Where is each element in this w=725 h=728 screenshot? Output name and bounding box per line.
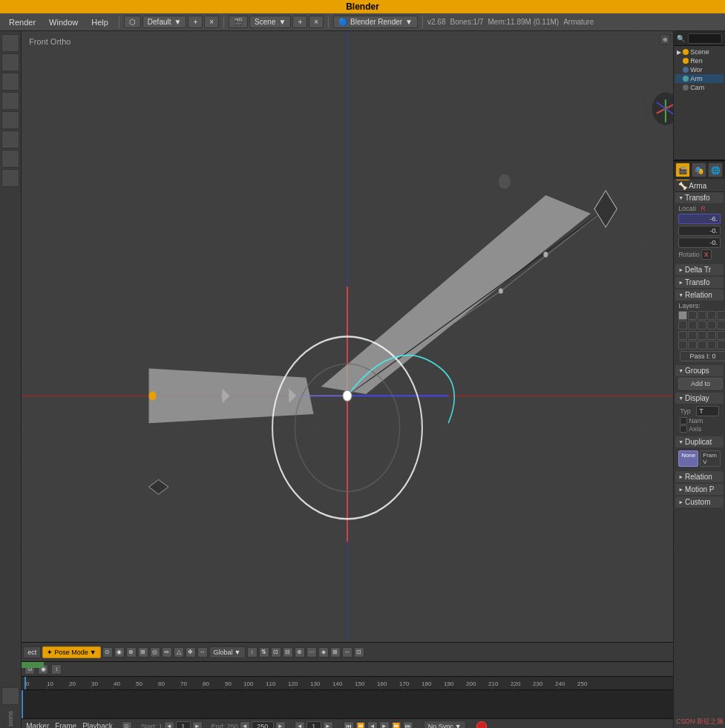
menu-window[interactable]: Window	[43, 16, 84, 28]
more-icon-9[interactable]: ↔	[342, 647, 352, 658]
more-icon-5[interactable]: ⊕	[295, 647, 305, 658]
layer-11[interactable]	[678, 331, 687, 340]
layer-17[interactable]	[688, 341, 697, 350]
jump-end-btn[interactable]: ⏭	[403, 721, 413, 729]
transform-icon[interactable]: ⊕	[126, 647, 137, 658]
relations-header[interactable]: ▼ Relation	[675, 289, 724, 301]
start-value[interactable]: 1	[176, 721, 191, 729]
sidebar-btn-3[interactable]	[1, 73, 19, 91]
layer-12[interactable]	[688, 331, 697, 340]
sidebar-btn-8[interactable]	[1, 169, 19, 187]
rotation-x-btn[interactable]: X	[701, 249, 712, 260]
layer-4[interactable]	[707, 311, 716, 320]
jump-start-btn[interactable]: ⏮	[344, 721, 354, 729]
record-btn[interactable]	[476, 721, 487, 729]
more-icon-10[interactable]: ⊡	[354, 647, 364, 658]
play-btn[interactable]: ►	[379, 721, 390, 729]
frame-v-tab[interactable]: Fram V	[700, 450, 721, 467]
transform2-header[interactable]: ► Transfo	[675, 277, 724, 288]
search-input[interactable]	[688, 33, 722, 44]
more-icon-4[interactable]: ⊟	[283, 647, 293, 658]
pose-mode-btn[interactable]: ✦ Pose Mode ▼	[42, 646, 100, 658]
layer-13[interactable]	[698, 331, 706, 340]
scene-remove-btn[interactable]: ×	[309, 16, 324, 28]
display-header[interactable]: ▼ Display	[675, 393, 724, 404]
scene-item-world[interactable]: Wor	[675, 65, 724, 74]
layer-3[interactable]	[698, 311, 706, 320]
next-frame-btn[interactable]: ⏩	[391, 721, 401, 729]
layer-1[interactable]	[678, 311, 687, 320]
more-icon-6[interactable]: ⋯	[306, 647, 317, 658]
prop-icon-world[interactable]: 🌐	[708, 163, 723, 177]
more-icon-1[interactable]: ↕	[247, 647, 257, 658]
delta-transform-header[interactable]: ► Delta Tr	[675, 264, 724, 275]
layer-2[interactable]	[688, 311, 697, 320]
sidebar-btn-1[interactable]	[1, 34, 19, 52]
engine-icon-btn[interactable]: ⬡	[124, 16, 141, 28]
renderer-dropdown[interactable]: 🔵 Blender Render ▼	[333, 16, 418, 28]
layer-5[interactable]	[717, 311, 725, 320]
groups-header[interactable]: ▼ Groups	[675, 365, 724, 376]
layer-10[interactable]	[717, 321, 725, 329]
pass-index-btn[interactable]: Pass I: 0	[680, 351, 725, 361]
duplicate-header[interactable]: ▼ Duplicat	[675, 436, 724, 447]
current-frame-value[interactable]: 1	[306, 721, 321, 729]
layer-16[interactable]	[678, 341, 687, 350]
end-prev-btn[interactable]: ◄	[240, 721, 250, 729]
scene-dropdown[interactable]: Scene ▼	[249, 16, 291, 28]
layer-19[interactable]	[707, 341, 716, 350]
mirror-icon[interactable]: ⇔	[162, 647, 172, 658]
loc-z-value[interactable]: -0.	[678, 237, 721, 248]
workspace-dropdown[interactable]: Default ▼	[142, 16, 187, 28]
sidebar-btn-bottom[interactable]	[1, 687, 19, 705]
timeline-ruler[interactable]: 0 10 20 30 40 50 60 70 80 90 100 110 120…	[22, 677, 673, 690]
layer-7[interactable]	[688, 321, 697, 329]
transform-header[interactable]: ▼ Transfo	[675, 192, 724, 203]
name-checkbox[interactable]	[680, 417, 687, 424]
prop-icon-render[interactable]: 🎬	[675, 163, 690, 177]
layer-9[interactable]	[707, 321, 716, 329]
workspace-add-btn[interactable]: +	[188, 16, 203, 28]
mode-icon-1[interactable]: ⊙	[102, 647, 113, 658]
frame-prev-btn[interactable]: ◄	[295, 721, 305, 729]
menu-render[interactable]: Render	[3, 16, 42, 28]
layer-18[interactable]	[698, 341, 706, 350]
more-icon-8[interactable]: ⊞	[330, 647, 341, 658]
manipulate-icon[interactable]: ✥	[186, 647, 196, 658]
scene-item-scene[interactable]: ▶ Scene	[675, 47, 724, 56]
scene-icon-btn[interactable]: 🎬	[229, 16, 248, 28]
loc-x-value[interactable]: -6.	[678, 214, 721, 224]
sidebar-btn-2[interactable]	[1, 53, 19, 71]
select-btn[interactable]: ect	[23, 646, 41, 658]
add-to-group-btn[interactable]: Add to	[678, 378, 723, 390]
proportional-icon[interactable]: ◎	[150, 647, 160, 658]
layer-6[interactable]	[678, 321, 687, 329]
layer-20[interactable]	[717, 341, 725, 350]
motion-header[interactable]: ► Motion P	[675, 484, 724, 495]
sidebar-btn-5[interactable]	[1, 111, 19, 129]
mode-icon-2[interactable]: ◉	[114, 647, 125, 658]
global-dropdown[interactable]: Global ▼	[209, 646, 246, 658]
clock-icon[interactable]: ⊙	[122, 721, 132, 729]
layer-15[interactable]	[717, 331, 725, 340]
loc-y-value[interactable]: -0.	[678, 226, 721, 236]
sidebar-btn-6[interactable]	[1, 131, 19, 148]
scene-item-armature[interactable]: Arm	[675, 74, 724, 83]
timeline-icon-3[interactable]: ↕	[51, 664, 62, 675]
scene-add-btn[interactable]: +	[292, 16, 307, 28]
layer-8[interactable]	[698, 321, 706, 329]
x-axis-icon[interactable]: ↔	[197, 647, 208, 658]
more-icon-3[interactable]: ⊡	[271, 647, 281, 658]
menu-help[interactable]: Help	[85, 16, 114, 28]
none-tab[interactable]: None	[678, 450, 698, 467]
play-reverse-btn[interactable]: ◄	[367, 721, 378, 729]
prev-frame-btn[interactable]: ⏪	[355, 721, 366, 729]
more-icon-7[interactable]: ◈	[318, 647, 329, 658]
axis-checkbox[interactable]	[680, 425, 687, 433]
start-prev-btn[interactable]: ◄	[164, 721, 174, 729]
viewport-expand-btn[interactable]: ⊕	[660, 34, 670, 45]
viewport-3d[interactable]: Front Ortho ⊕	[22, 31, 673, 642]
more-icon-2[interactable]: ⇅	[259, 647, 269, 658]
snap-icon[interactable]: ⊞	[138, 647, 148, 658]
prop-icon-scene[interactable]: 🎭	[692, 163, 706, 177]
